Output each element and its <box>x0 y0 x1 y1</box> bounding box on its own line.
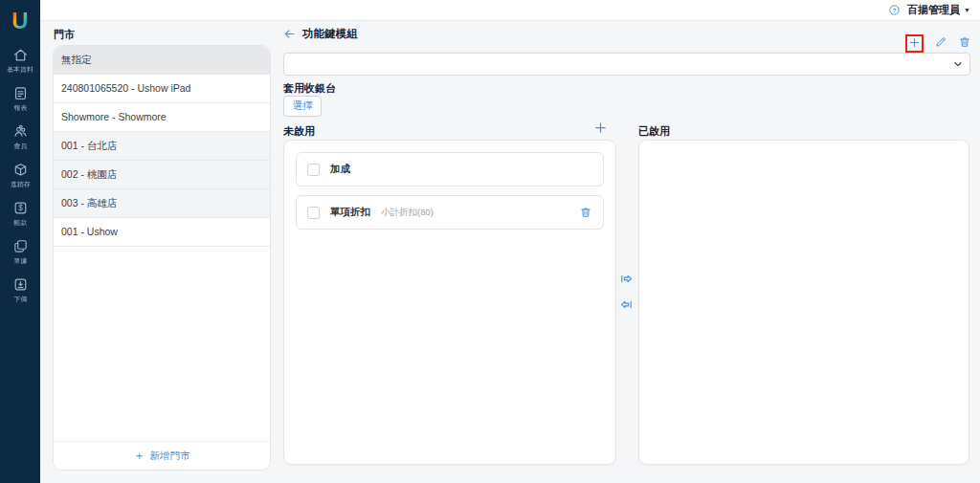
app-root: U 基本資料 報表 會員 進銷 <box>0 0 980 483</box>
sidebar-item-icon <box>12 47 29 63</box>
user-menu[interactable]: 百揚管理員 ▼ <box>907 3 970 17</box>
sidebar-item[interactable]: 基本資料 <box>0 41 40 79</box>
checkbox[interactable] <box>307 164 320 176</box>
sidebar-item[interactable]: 進銷存 <box>0 156 40 194</box>
stores-list: 無指定 240801065520 - Ushow iPad Showmore -… <box>54 46 270 247</box>
add-module-button[interactable] <box>905 34 924 53</box>
stores-title: 門市 <box>54 28 75 42</box>
store-row[interactable]: 無指定 <box>54 46 270 75</box>
store-row-label: 240801065520 - Ushow iPad <box>61 82 190 94</box>
sidebar-item[interactable]: 會員 <box>0 118 40 156</box>
delete-module-button[interactable] <box>958 35 971 52</box>
inactive-items: 加成 單項折扣 小計折扣(80) <box>296 152 604 230</box>
back-arrow-icon[interactable] <box>283 28 296 40</box>
checkbox[interactable] <box>307 207 320 219</box>
store-row[interactable]: 001 - Ushow <box>54 218 270 247</box>
help-icon[interactable]: ? <box>888 4 901 16</box>
sidebar-item-icon <box>12 238 29 254</box>
function-key-card[interactable]: 加成 <box>296 152 604 187</box>
page-title: 功能鍵模組 <box>302 27 358 41</box>
caret-down-icon: ▼ <box>964 7 970 13</box>
edit-module-button[interactable] <box>934 35 947 52</box>
sidebar-nav: 基本資料 報表 會員 進銷存 $ <box>0 41 40 309</box>
store-row-label: 001 - 台北店 <box>61 140 117 151</box>
stores-panel: 無指定 240801065520 - Ushow iPad Showmore -… <box>53 45 271 471</box>
sidebar-item-label: 進銷存 <box>11 180 31 188</box>
topbar: ? 百揚管理員 ▼ <box>40 0 980 21</box>
trash-icon <box>958 35 971 52</box>
sidebar-item-label: 報表 <box>13 103 27 112</box>
inactive-label: 未啟用 <box>283 124 315 139</box>
function-key-card[interactable]: 單項折扣 小計折扣(80) <box>296 195 604 230</box>
ushow-logo: U <box>11 9 28 33</box>
sidebar-item-icon: $ <box>12 200 29 216</box>
store-row-label: 002 - 桃園店 <box>61 168 117 180</box>
store-row[interactable]: 002 - 桃園店 <box>54 161 270 189</box>
module-select[interactable] <box>283 53 970 76</box>
pencil-icon <box>934 35 947 52</box>
sidebar-item[interactable]: 報表 <box>0 79 40 118</box>
sidebar-item[interactable]: 單據 <box>0 232 40 271</box>
plus-icon: ＋ <box>134 448 145 464</box>
store-row-label: 無指定 <box>61 54 92 65</box>
plus-icon <box>908 36 921 52</box>
sidebar-item-label: 帳款 <box>13 218 27 227</box>
sidebar-item-icon <box>12 276 29 293</box>
apply-register-label: 套用收銀台 <box>283 81 336 96</box>
move-left-icon[interactable] <box>619 297 634 312</box>
sidebar-item-label: 基本資料 <box>7 65 33 74</box>
toolbar <box>905 34 971 53</box>
sidebar-item-label: 會員 <box>13 142 27 150</box>
add-store-label: 新增門市 <box>150 450 190 463</box>
function-key-name: 單項折扣 <box>330 206 370 219</box>
function-key-name: 加成 <box>330 163 350 176</box>
store-row[interactable]: 003 - 高雄店 <box>54 189 270 218</box>
sidebar-item[interactable]: 下傳 <box>0 271 40 309</box>
choose-register-button[interactable]: 選擇 <box>283 96 322 117</box>
store-row-label: 003 - 高雄店 <box>61 197 117 209</box>
active-panel <box>638 140 969 465</box>
store-row[interactable]: 240801065520 - Ushow iPad <box>54 75 270 103</box>
sidebar-item-label: 單據 <box>13 256 27 265</box>
user-menu-label: 百揚管理員 <box>907 3 960 17</box>
svg-text:$: $ <box>18 204 23 212</box>
store-row[interactable]: 001 - 台北店 <box>54 132 270 161</box>
main-header: 功能鍵模組 <box>283 27 358 41</box>
sidebar-item-icon <box>12 162 29 178</box>
store-row-label: 001 - Ushow <box>61 226 118 237</box>
trash-icon[interactable] <box>579 206 592 219</box>
active-label: 已啟用 <box>638 124 670 139</box>
sidebar: U 基本資料 報表 會員 進銷 <box>0 0 40 483</box>
inactive-panel: 加成 單項折扣 小計折扣(80) <box>283 140 616 465</box>
chevron-down-icon <box>953 59 963 69</box>
sidebar-item-icon <box>12 123 29 140</box>
svg-text:?: ? <box>893 8 897 13</box>
sidebar-item-label: 下傳 <box>13 295 27 303</box>
sidebar-item-icon <box>12 85 29 101</box>
move-right-icon[interactable] <box>619 272 634 286</box>
add-store-button[interactable]: ＋ 新增門市 <box>54 441 270 470</box>
store-row[interactable]: Showmore - Showmore <box>54 103 270 132</box>
function-key-note: 小計折扣(80) <box>381 207 434 219</box>
store-row-label: Showmore - Showmore <box>61 111 167 122</box>
transfer-arrows <box>619 272 634 312</box>
sidebar-item[interactable]: $ 帳款 <box>0 194 40 232</box>
add-function-key-icon[interactable] <box>593 121 608 139</box>
